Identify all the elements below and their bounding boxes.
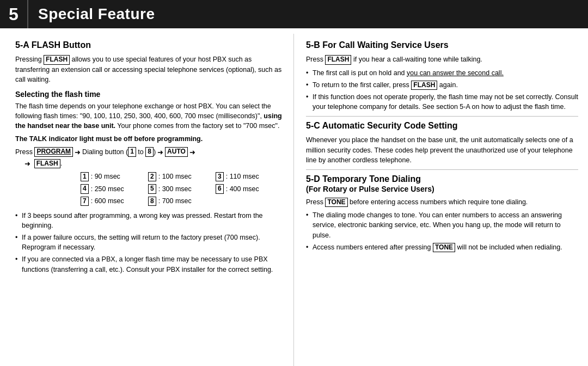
num-1-key: 1 — [128, 147, 136, 157]
main-content: 5-A FLASH Button Pressing FLASH allows y… — [0, 28, 588, 366]
msec-row-1: 1: 90 msec 2: 100 msec 3: 110 msec — [81, 170, 284, 183]
msec-cell-5: 5: 300 msec — [148, 183, 203, 196]
d-bullet-1: The dialing mode changes to tone. You ca… — [306, 210, 578, 240]
key-5: 5 — [148, 184, 156, 194]
press-label: Press — [15, 148, 34, 156]
flash-key-b1: FLASH — [325, 55, 351, 65]
section-b-title: 5-B For Call Waiting Service Users — [306, 40, 578, 50]
d-bullet-2: Access numbers entered after pressing TO… — [306, 242, 578, 253]
key-2: 2 — [148, 172, 156, 182]
key-3: 3 — [216, 172, 224, 182]
chapter-number: 5 — [0, 0, 28, 28]
flash-key-inline-1: FLASH — [44, 55, 70, 65]
section-a-title: 5-A FLASH Button — [15, 40, 284, 50]
arrow-3: ➜ — [189, 148, 195, 156]
bullet-2: If a power failure occurs, the setting w… — [15, 233, 284, 252]
page-header: 5 Special Feature — [0, 0, 588, 28]
bullet-3: If you are connected via a PBX, a longer… — [15, 254, 284, 274]
msec-cell-8: 8: 700 msec — [148, 195, 203, 208]
key-7: 7 — [81, 197, 89, 206]
tone-key-1: TONE — [325, 198, 347, 208]
b-bullet-1: The first call is put on hold and you ca… — [306, 68, 578, 78]
bullet-1: If 3 beeps sound after programming, a wr… — [15, 211, 284, 230]
divider-2 — [306, 169, 578, 170]
section-d-intro: Press TONE before entering access number… — [306, 197, 578, 208]
msec-row-2: 4: 250 msec 5: 300 msec 6: 400 msec — [81, 183, 284, 196]
auto-key: AUTO — [165, 147, 188, 157]
msec-cell-1: 1: 90 msec — [81, 170, 135, 183]
msec-row-3: 7: 600 msec 8: 700 msec — [81, 195, 284, 208]
num-8-key: 8 — [145, 147, 154, 157]
arrow-2: ➜ — [157, 148, 163, 156]
flash-line: ➜ FLASH. — [23, 159, 284, 169]
flash-time-paragraph: The flash time depends on your telephone… — [15, 101, 284, 131]
talk-warning: The TALK indicator light must be off bef… — [15, 134, 284, 144]
to-sep: to — [136, 148, 145, 156]
key-6: 6 — [216, 184, 224, 194]
arrow-4: ➜ — [24, 160, 30, 168]
key-1: 1 — [81, 172, 89, 182]
key-8: 8 — [148, 197, 156, 206]
subsection-flash-title: Selecting the flash time — [15, 90, 284, 99]
program-line: Press PROGRAM ➜ Dialing button ( 1 to 8 … — [15, 147, 284, 157]
b-bullet-2: To return to the first caller, press FLA… — [306, 80, 578, 90]
dialing-button-end: ) — [154, 148, 156, 156]
section-b-intro: Press FLASH if you hear a call-waiting t… — [306, 54, 578, 65]
msec-cell-7: 7: 600 msec — [81, 195, 135, 208]
msec-cell-2: 2: 100 msec — [148, 170, 203, 183]
right-column: 5-B For Call Waiting Service Users Press… — [294, 34, 588, 366]
divider-1 — [306, 116, 578, 117]
msec-cell-4: 4: 250 msec — [81, 183, 135, 196]
section-c-text: Whenever you place the handset on the ba… — [306, 135, 578, 164]
flash-key-prog: FLASH — [34, 159, 60, 169]
section-c-title: 5-C Automatic Security Code Setting — [306, 121, 578, 131]
msec-cell-3: 3: 110 msec — [216, 170, 270, 183]
page-title: Special Feature — [28, 5, 155, 23]
section-a-intro: Pressing FLASH allows you to use special… — [15, 54, 284, 84]
left-bullets: If 3 beeps sound after programming, a wr… — [15, 211, 284, 274]
arrow-1: ➜ — [75, 148, 81, 156]
b-bullet-3: If this function does not operate proper… — [306, 92, 578, 112]
key-4: 4 — [81, 184, 89, 194]
left-column: 5-A FLASH Button Pressing FLASH allows y… — [0, 34, 294, 366]
section-d-bullets: The dialing mode changes to tone. You ca… — [306, 210, 578, 252]
section-d-title: 5-D Temporary Tone Dialing (For Rotary o… — [306, 174, 578, 194]
program-key: PROGRAM — [34, 147, 73, 157]
msec-table: 1: 90 msec 2: 100 msec 3: 110 msec 4: 25… — [81, 170, 284, 208]
msec-cell-6: 6: 400 msec — [216, 183, 270, 196]
section-b-bullets: The first call is put on hold and you ca… — [306, 68, 578, 112]
flash-key-b2: FLASH — [411, 81, 437, 90]
dialing-button-label: Dialing button ( — [82, 148, 128, 156]
section-d-subtitle: (For Rotary or Pulse Service Users) — [306, 185, 434, 193]
tone-key-2: TONE — [433, 243, 455, 253]
